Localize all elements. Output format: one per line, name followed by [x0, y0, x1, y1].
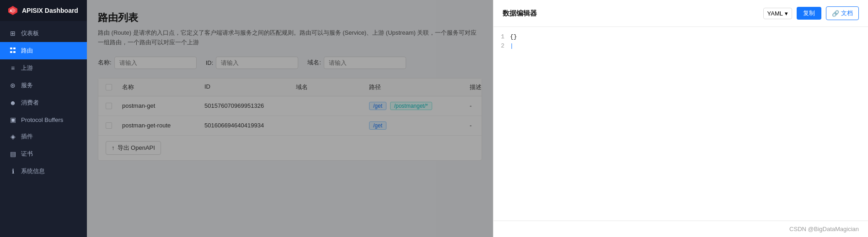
header-checkbox[interactable]: [106, 84, 112, 90]
row-name-1: postman-get: [122, 102, 204, 109]
sidebar-item-upstream[interactable]: ≡ 上游: [0, 59, 87, 77]
row-desc-1: -: [470, 102, 493, 109]
protobuf-icon: ▣: [9, 116, 16, 123]
filter-id-label: ID:: [206, 59, 214, 66]
svg-text:A: A: [10, 9, 12, 12]
sidebar-item-plugin[interactable]: ◈ 插件: [0, 128, 87, 145]
svg-rect-6: [13, 51, 16, 53]
sidebar-header: A APISIX Dashboard: [0, 0, 87, 21]
filter-row: 名称: ID: 域名:: [98, 57, 482, 69]
sidebar-item-dashboard[interactable]: ⊞ 仪表板: [0, 25, 87, 42]
sidebar-item-protobuf[interactable]: ▣ Protocol Buffers: [0, 111, 87, 128]
filter-domain-group: 域名:: [307, 57, 406, 69]
sidebar-item-label: 仪表板: [21, 29, 39, 37]
line-num-2: 2: [493, 42, 510, 51]
routes-icon: [9, 47, 16, 55]
panel-footer: CSDN @BigDataMagician: [493, 221, 868, 237]
sidebar-item-service[interactable]: ⊛ 服务: [0, 77, 87, 94]
doc-label: 文档: [841, 9, 853, 17]
sidebar-item-label: 路由: [21, 47, 33, 55]
format-select[interactable]: YAML ▾: [763, 8, 792, 19]
sidebar-item-label: 上游: [21, 64, 33, 72]
page-content: 路由列表 路由 (Route) 是请求的入口点，它定义了客户端请求与服务之间的匹…: [87, 0, 493, 237]
filter-id-group: ID:: [206, 57, 299, 69]
cert-icon: ▤: [9, 150, 16, 158]
sidebar-item-cert[interactable]: ▤ 证书: [0, 145, 87, 163]
filter-name-group: 名称:: [98, 57, 197, 69]
plugin-icon: ◈: [9, 133, 16, 140]
table-row: postman-get 501576070969951326 /get /pos…: [98, 96, 482, 116]
sidebar-nav: ⊞ 仪表板 路由 ≡ 上游 ⊛ 服务 ☻ 消费者: [0, 21, 87, 237]
table-row: postman-get-route 501606694640419934 /ge…: [98, 116, 482, 136]
filter-id-input[interactable]: [216, 57, 298, 69]
th-id: ID: [204, 83, 296, 91]
row-select-2: [106, 122, 122, 129]
sidebar-item-label: 服务: [21, 81, 33, 90]
dashboard-icon: ⊞: [9, 30, 16, 37]
export-icon: ↑: [112, 144, 115, 151]
svg-rect-3: [10, 47, 12, 49]
consumer-icon: ☻: [9, 99, 16, 106]
sidebar-item-sysinfo[interactable]: ℹ 系统信息: [0, 163, 87, 180]
format-label: YAML: [767, 10, 783, 17]
line-num-1: 1: [493, 32, 510, 42]
panel-header: 数据编辑器 YAML ▾ 复制 🔗 文档: [493, 0, 868, 27]
filter-domain-input[interactable]: [324, 57, 406, 69]
link-icon: 🔗: [832, 10, 839, 17]
line-content-1: {}: [510, 32, 868, 42]
sidebar-item-label: 系统信息: [21, 167, 45, 175]
sidebar-title: APISIX Dashboard: [22, 7, 78, 14]
svg-rect-5: [10, 51, 12, 53]
row-select-1: [106, 103, 122, 109]
page-title: 路由列表: [98, 11, 482, 25]
row-checkbox-1[interactable]: [106, 103, 112, 109]
doc-button[interactable]: 🔗 文档: [826, 6, 859, 20]
sysinfo-icon: ℹ: [9, 168, 16, 175]
table-header: 名称 ID 域名 路径 描述 标签: [98, 79, 482, 96]
sidebar-item-routes[interactable]: 路由: [0, 42, 87, 59]
sidebar-item-consumer[interactable]: ☻ 消费者: [0, 94, 87, 111]
row-desc-2: -: [470, 122, 493, 129]
main-area: 路由列表 路由 (Route) 是请求的入口点，它定义了客户端请求与服务之间的匹…: [87, 0, 868, 237]
table-footer: ↑ 导出 OpenAPI: [98, 136, 482, 160]
chevron-down-icon: ▾: [785, 10, 788, 17]
row-id-1: 501576070969951326: [204, 102, 296, 109]
path-tag-postmanget-1: /postmanget/*: [390, 102, 432, 110]
export-button[interactable]: ↑ 导出 OpenAPI: [106, 141, 161, 155]
th-name: 名称: [122, 83, 204, 91]
sidebar-item-label: Protocol Buffers: [21, 116, 63, 123]
svg-rect-4: [13, 47, 16, 49]
page-description: 路由 (Route) 是请求的入口点，它定义了客户端请求与服务之间的匹配规则。路…: [98, 28, 482, 47]
filter-domain-label: 域名:: [307, 58, 321, 67]
service-icon: ⊛: [9, 82, 16, 89]
upstream-icon: ≡: [9, 64, 16, 72]
th-domain: 域名: [296, 83, 369, 91]
path-tag-get-2: /get: [369, 121, 386, 130]
row-name-2: postman-get-route: [122, 122, 204, 129]
row-path-2: /get: [369, 121, 470, 130]
code-editor[interactable]: 1 {} 2: [493, 27, 868, 221]
export-label: 导出 OpenAPI: [118, 144, 155, 152]
code-line-2: 2: [493, 42, 868, 51]
sidebar-item-label: 插件: [21, 132, 33, 141]
row-checkbox-2[interactable]: [106, 122, 112, 129]
data-editor-panel: 数据编辑器 YAML ▾ 复制 🔗 文档 1 {} 2: [493, 0, 868, 237]
apisix-logo: A: [7, 5, 18, 16]
th-select: [106, 83, 122, 91]
filter-name-label: 名称:: [98, 58, 112, 67]
watermark: CSDN @BigDataMagician: [789, 226, 859, 232]
routes-table: 名称 ID 域名 路径 描述 标签 postman-get 5015760709…: [98, 78, 482, 161]
panel-actions: YAML ▾ 复制 🔗 文档: [763, 6, 859, 20]
path-tag-get-1: /get: [369, 102, 386, 110]
th-path: 路径: [369, 83, 470, 91]
code-line-1: 1 {}: [493, 32, 868, 42]
sidebar: A APISIX Dashboard ⊞ 仪表板 路由 ≡ 上游 ⊛: [0, 0, 87, 237]
row-id-2: 501606694640419934: [204, 122, 296, 129]
panel-title: 数据编辑器: [503, 9, 537, 18]
copy-button[interactable]: 复制: [797, 7, 821, 20]
filter-name-input[interactable]: [114, 57, 197, 69]
row-path-1: /get /postmanget/*: [369, 102, 470, 110]
sidebar-item-label: 消费者: [21, 99, 39, 107]
sidebar-item-label: 证书: [21, 150, 33, 158]
line-content-2: [510, 42, 868, 51]
